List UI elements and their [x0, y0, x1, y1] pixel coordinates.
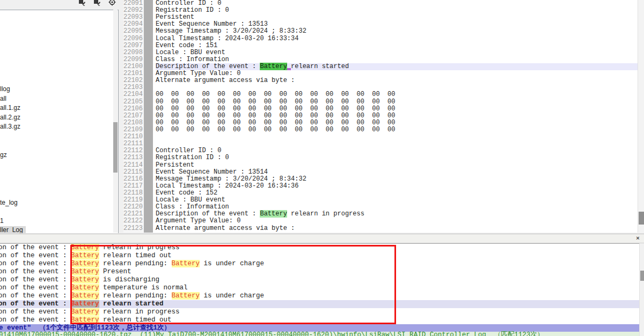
- text-caret: [287, 63, 291, 70]
- file-path-bar: 01410M617000015-00040000-1620.tgz (11)My…: [0, 332, 643, 336]
- line-number: 22108: [123, 120, 144, 126]
- line-number: 22095: [123, 28, 144, 35]
- code-line[interactable]: Local Timestamp : 2024-03-20 16:33:34: [156, 35, 638, 42]
- result-text: on of the event :: [0, 308, 71, 316]
- line-number: 22106: [123, 106, 144, 113]
- annotation-red-box: [70, 245, 396, 324]
- result-text: on of the event :: [0, 260, 71, 267]
- code-line[interactable]: 00 00 00 00 00 00 00 00 00 00 00 00 00 0…: [156, 99, 638, 106]
- line-number: 22098: [123, 49, 144, 56]
- code-line[interactable]: 00 00 00 00 00 00 00 00 00 00 00 00 00 0…: [156, 120, 638, 126]
- code-text: relearn in progress: [287, 210, 364, 218]
- export-log-icon[interactable]: [93, 0, 101, 7]
- file-item[interactable]: llog: [0, 85, 10, 93]
- file-item[interactable]: all.2.gz: [0, 114, 20, 122]
- code-line[interactable]: Locale : BBU event: [156, 49, 638, 56]
- search-match-current: Battery: [260, 63, 287, 70]
- code-line[interactable]: Message Timestamp : 3/20/2024 ; 8:33:32: [156, 28, 638, 35]
- line-number: 22107: [123, 113, 144, 120]
- line-number: 22123: [123, 225, 144, 232]
- file-list: llogallall.1.gzall.2.gzall.3.gzgzte_log1…: [0, 10, 119, 233]
- sidebar-scrollbar[interactable]: [113, 10, 118, 233]
- code-text: Description of the event :: [156, 210, 260, 218]
- code-line[interactable]: 00 00 00 00 00 00 00 00 00 00 00 00 00 0…: [156, 106, 638, 113]
- search-match: Battery: [260, 210, 287, 218]
- editor-scrollbar[interactable]: [638, 0, 644, 233]
- locate-target-icon[interactable]: [108, 0, 116, 7]
- results-scrollbar-thumb[interactable]: [640, 271, 644, 281]
- code-line[interactable]: 00 00 00 00 00 00 00 00 00 00 00 00 00 0…: [156, 91, 638, 98]
- line-number: 22116: [123, 176, 144, 183]
- file-browser-panel: llogallall.1.gzall.2.gzall.3.gzgzte_log1…: [0, 0, 119, 233]
- line-number: 22117: [123, 183, 144, 190]
- file-item[interactable]: all: [0, 95, 6, 103]
- close-panel-button[interactable]: ×: [634, 235, 641, 242]
- result-text: on of the event :: [0, 244, 71, 251]
- code-line[interactable]: Local Timestamp : 2024-03-20 16:34:36: [156, 183, 638, 190]
- code-line[interactable]: Alternate argument access via byte :: [156, 77, 638, 84]
- code-line[interactable]: Event code : 152: [156, 190, 638, 197]
- line-number: 22096: [123, 35, 144, 42]
- result-text: on of the event :: [0, 284, 71, 292]
- code-line[interactable]: Event code : 151: [156, 42, 638, 49]
- result-text: on of the event :: [0, 276, 71, 283]
- results-scrollbar[interactable]: [639, 243, 644, 336]
- fold-margin: [144, 0, 153, 233]
- sidebar-toolbar: [0, 0, 119, 10]
- code-line[interactable]: Registration ID : 0: [156, 154, 638, 161]
- code-line[interactable]: 00 00 00 00 00 00 00 00 00 00 00 00 00 0…: [156, 113, 638, 120]
- line-number: 22114: [123, 162, 144, 169]
- file-item[interactable]: gz: [0, 151, 7, 159]
- line-number: 22122: [123, 218, 144, 225]
- result-text: on of the event :: [0, 268, 71, 275]
- line-number: 22115: [123, 169, 144, 176]
- code-line[interactable]: Event Sequence Number : 13514: [156, 169, 638, 176]
- code-line[interactable]: Message Timestamp : 3/20/2024 ; 8:34:32: [156, 176, 638, 183]
- file-item[interactable]: all.1.gz: [0, 104, 20, 112]
- line-number: 22113: [123, 154, 144, 161]
- code-line[interactable]: 00 00 00 00 00 00 00 00 00 00 00 00 00 0…: [156, 126, 638, 133]
- code-line[interactable]: Registration ID : 0: [156, 7, 638, 14]
- file-item[interactable]: te_log: [0, 199, 18, 207]
- export-log-icon[interactable]: [78, 0, 86, 7]
- line-number: 22104: [123, 91, 144, 98]
- code-line[interactable]: Argument Type Value: 0: [156, 218, 638, 225]
- file-item[interactable]: all.3.gz: [0, 123, 20, 131]
- code-area[interactable]: Controller ID : 0Registration ID : 0Pers…: [156, 0, 638, 233]
- result-text: on of the event :: [0, 252, 71, 259]
- result-text: on of the event :: [0, 292, 71, 300]
- result-text: on of the event :: [0, 300, 71, 308]
- code-line[interactable]: [156, 140, 638, 147]
- code-line[interactable]: Persistent: [156, 162, 638, 169]
- log-editor[interactable]: 2209122092220932209422095220962209722098…: [123, 0, 638, 233]
- file-item[interactable]: ller_Log: [0, 226, 26, 233]
- file-item[interactable]: 1: [0, 217, 4, 225]
- code-text: Description of the event :: [156, 63, 260, 70]
- results-panel-header: ×: [0, 234, 644, 243]
- result-text: on of the event :: [0, 316, 71, 324]
- line-number: 22097: [123, 42, 144, 49]
- editor-scrollbar-thumb[interactable]: [639, 212, 644, 225]
- sidebar-scrollbar-thumb[interactable]: [113, 122, 118, 173]
- log-viewer-window: llogallall.1.gzall.2.gzall.3.gzgzte_log1…: [0, 0, 644, 336]
- code-line[interactable]: Alternate argument access via byte :: [156, 225, 638, 232]
- code-line[interactable]: [156, 133, 638, 140]
- line-number: 22105: [123, 99, 144, 106]
- code-text: relearn started: [291, 63, 349, 70]
- search-summary-bar: e event" （1个文件中匹配到1123次，总计查找1次）: [0, 324, 643, 332]
- line-number-gutter: 2209122092220932209422095220962209722098…: [123, 0, 144, 233]
